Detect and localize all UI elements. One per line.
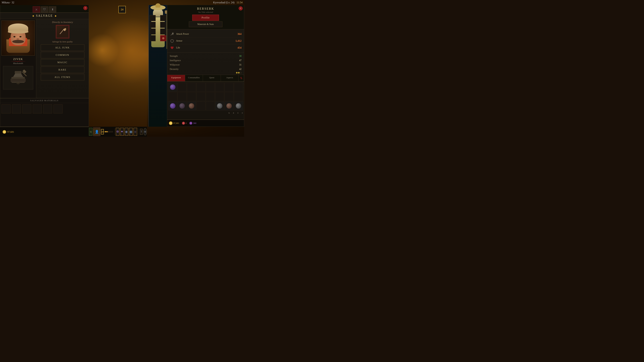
anvil-icon — [8, 69, 28, 86]
inv-slot-7[interactable] — [224, 83, 234, 92]
equip-slot-r1[interactable] — [160, 15, 166, 21]
blacksmith-portrait — [1, 20, 35, 56]
inv-slot-19[interactable] — [187, 101, 196, 110]
inv-slot-1[interactable] — [168, 83, 177, 92]
tab-quest[interactable]: Quest — [203, 75, 221, 81]
skill-slot-4[interactable]: ◉ 4 — [129, 128, 133, 136]
skill-slot-1[interactable]: ❄ 1 — [116, 128, 120, 136]
attack-power-label: Attack Power — [176, 33, 238, 35]
tab-sort-icon[interactable]: ⇅ — [239, 75, 244, 81]
life-value: 454 — [238, 46, 242, 49]
item-gray-2 — [236, 103, 241, 108]
red-currency-display: 0 — [182, 122, 187, 125]
materials-stats-button[interactable]: Materials & Stats — [189, 21, 222, 27]
char-class: BERSERK — [197, 7, 214, 10]
strength-value: 30 — [239, 55, 242, 57]
equip-slot-r3[interactable] — [160, 28, 166, 34]
character-panel: × BERSERK No Title selected Profile Mate… — [167, 5, 244, 127]
equip-slot-r2[interactable] — [160, 22, 166, 28]
inv-slot-22[interactable] — [215, 101, 224, 110]
tab-consumables[interactable]: Consumables — [185, 75, 203, 81]
count-3-1: 3 — [237, 112, 238, 114]
star-filled-2 — [238, 72, 240, 73]
utility-slot-2[interactable]: ⚙ — [144, 128, 147, 135]
inventory-grid — [167, 82, 244, 111]
equip-slot-l3[interactable] — [150, 28, 156, 34]
inv-slot-3[interactable] — [187, 83, 196, 92]
char-header: BERSERK No Title selected Profile Materi… — [167, 5, 244, 29]
inv-slot-13[interactable] — [206, 92, 215, 101]
char-stats: Attack Power 364 Armor 1,412 Life 454 — [167, 29, 244, 53]
inv-slot-15[interactable] — [224, 92, 234, 101]
char-no-title: No Title selected — [198, 11, 213, 13]
inv-slot-4[interactable] — [196, 83, 206, 92]
equip-slot-l4[interactable] — [150, 35, 156, 41]
stat-attack-power: Attack Power 364 — [170, 31, 242, 37]
inv-slot-20[interactable] — [196, 101, 206, 110]
skill-slot-2[interactable]: ✦ 2 — [120, 128, 124, 136]
inv-slot-9[interactable] — [168, 92, 177, 101]
attribute-stars — [170, 72, 242, 73]
skill-number-4: 4 — [130, 133, 130, 135]
left-bottom-bar: 97,681 — [0, 127, 89, 137]
salvage-all-items-button[interactable]: ALL ITEMS — [41, 74, 84, 80]
inv-slot-12[interactable] — [196, 92, 206, 101]
action-bar-level: 24 — [101, 129, 104, 134]
skill-number-3: 3 — [125, 133, 126, 135]
attributes-section: Strength 30 Intelligence 47 Willpower 31… — [167, 53, 244, 75]
utility-slot-1[interactable]: T — [140, 129, 143, 135]
inv-slot-21[interactable] — [206, 101, 215, 110]
red-currency-icon — [182, 122, 185, 125]
tab-upgrade[interactable]: ⬆ — [49, 6, 56, 12]
profile-button[interactable]: Profile — [192, 14, 219, 21]
inv-slot-23[interactable] — [224, 101, 234, 110]
tab-shield[interactable]: 🛡 — [41, 6, 48, 12]
inv-slot-14[interactable] — [215, 92, 224, 101]
tab-equipment[interactable]: Equipment — [167, 75, 185, 81]
panel-tabs: ⚔ 🛡 ⬆ — [0, 5, 89, 13]
life-icon — [170, 45, 174, 50]
inv-slot-24[interactable] — [234, 101, 243, 110]
inventory-tabs: Equipment Consumables Quest Aspects ⇅ — [167, 75, 244, 82]
inv-slot-18[interactable] — [178, 101, 187, 110]
skill-slot-5[interactable]: ⟐ — [134, 128, 137, 136]
inv-slot-6[interactable] — [215, 83, 224, 92]
skill-number-2: 2 — [121, 133, 122, 135]
equip-slot-l1[interactable] — [150, 15, 156, 21]
star-empty-1 — [240, 72, 242, 73]
xp-bar-fill — [105, 131, 108, 132]
inv-slot-10[interactable] — [178, 92, 187, 101]
strength-label: Strength — [170, 55, 178, 57]
equip-slot-r4-active[interactable]: ⊕ — [160, 35, 166, 41]
armor-label: Armor — [176, 39, 236, 42]
salvaged-slot-2 — [12, 104, 21, 113]
equip-slot-l2[interactable] — [150, 22, 156, 28]
salvaged-materials-title: SALVAGED MATERIALS — [0, 98, 89, 103]
tab-sword[interactable]: ⚔ — [33, 6, 40, 12]
char-display-area: ⊕ — [148, 5, 167, 127]
pickaxe-icon — [58, 27, 67, 36]
inv-slot-16[interactable] — [234, 92, 243, 101]
character-quick-button[interactable]: 👤 — [93, 127, 100, 136]
item-slot[interactable] — [56, 25, 69, 38]
inv-slot-5[interactable] — [206, 83, 215, 92]
salvage-all-junk-button[interactable]: ALL JUNK — [41, 44, 84, 51]
skill-slot-3[interactable]: ◈ 3 — [124, 128, 128, 136]
character-close-button[interactable]: × — [239, 6, 243, 10]
inv-slot-2[interactable] — [178, 83, 187, 92]
attr-willpower: Willpower 31 — [170, 63, 242, 67]
gold-amount: 97,681 — [7, 131, 14, 133]
skill-slot-q[interactable]: Q — [89, 128, 92, 136]
salvage-common-button[interactable]: COMMON — [41, 52, 84, 58]
salvage-rare-button[interactable]: RARE — [41, 66, 84, 73]
tab-aspects[interactable]: Aspects — [221, 75, 239, 81]
skill-number-1: 1 — [116, 133, 117, 135]
inv-slot-8[interactable] — [234, 83, 243, 92]
salvage-magic-button[interactable]: MAGIC — [41, 59, 84, 66]
intelligence-value: 47 — [239, 59, 242, 62]
item-brown-2 — [226, 103, 232, 108]
inv-slot-11[interactable] — [187, 92, 196, 101]
inv-slot-17[interactable] — [168, 101, 177, 110]
attack-power-icon — [170, 32, 174, 36]
salvage-close-button[interactable]: × — [83, 6, 88, 10]
